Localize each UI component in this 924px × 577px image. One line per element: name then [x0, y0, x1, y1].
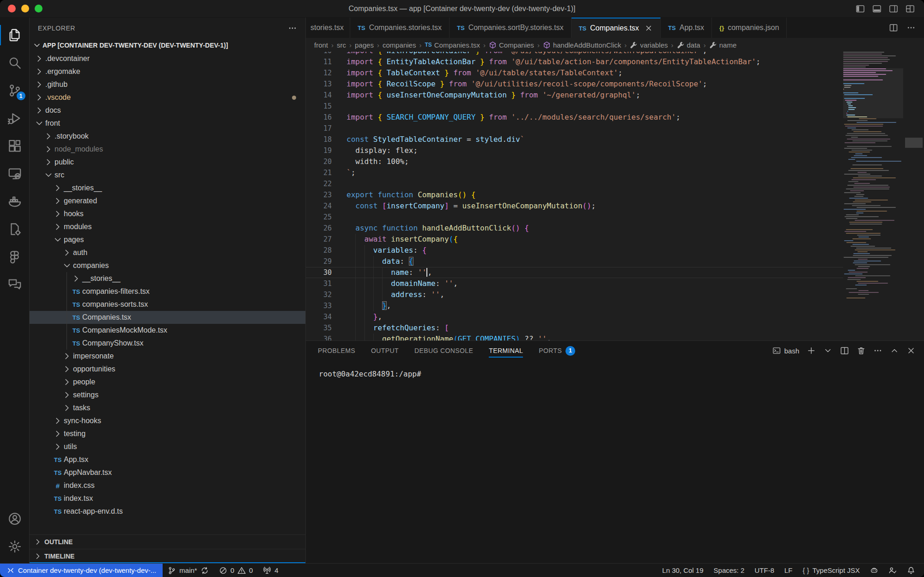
more-icon[interactable] [906, 23, 916, 32]
code-line-12[interactable]: 12import { TableContext } from '@/ui/tab… [306, 67, 843, 79]
layout-panel-icon[interactable] [872, 4, 881, 13]
code-line-27[interactable]: 27 await insertCompany({ [306, 234, 843, 245]
tree-item-node-modules[interactable]: node_modules [30, 143, 305, 156]
code-line-13[interactable]: 13import { RecoilScope } from '@/ui/util… [306, 79, 843, 90]
code-line-17[interactable]: 17 [306, 123, 843, 134]
code-line-32[interactable]: 32 address: '', [306, 289, 843, 300]
code-line-23[interactable]: 23export function Companies() { [306, 189, 843, 200]
tree-item-src[interactable]: src [30, 169, 305, 182]
plus-icon[interactable] [807, 346, 816, 355]
breadcrumb-item-companies[interactable]: Companies [489, 41, 534, 49]
tree-item-auth[interactable]: auth [30, 246, 305, 259]
status-branch[interactable]: main* [163, 564, 213, 577]
code-line-18[interactable]: 18const StyledTableContainer = styled.di… [306, 134, 843, 145]
chevron-down-icon[interactable] [823, 346, 833, 355]
tree-item-testing[interactable]: testing [30, 427, 305, 440]
code-line-15[interactable]: 15 [306, 101, 843, 112]
code-editor[interactable]: 10import { WithTopBarContainer } from '@… [306, 52, 924, 340]
tree-item-tasks[interactable]: tasks [30, 401, 305, 414]
tree-item-index-css[interactable]: #index.css [30, 479, 305, 492]
tree-item-hooks[interactable]: hooks [30, 207, 305, 220]
tree-item-generated[interactable]: generated [30, 194, 305, 207]
window-close-button[interactable] [8, 5, 16, 12]
code-line-24[interactable]: 24 const [insertCompany] = useInsertOneC… [306, 200, 843, 212]
status-copilot[interactable] [865, 564, 883, 577]
layout-sidebar-right-icon[interactable] [889, 4, 898, 13]
tree-item-settings[interactable]: settings [30, 389, 305, 401]
code-line-20[interactable]: 20 width: 100%; [306, 156, 843, 167]
editor-scrollbar[interactable] [903, 52, 924, 340]
tree-item--stories-[interactable]: __stories__ [30, 182, 305, 194]
code-line-16[interactable]: 16import { SEARCH_COMPANY_QUERY } from '… [306, 112, 843, 123]
tree-item-public[interactable]: public [30, 156, 305, 169]
code-line-34[interactable]: 34 }, [306, 311, 843, 322]
panel-tab-debug-console[interactable]: DEBUG CONSOLE [414, 341, 473, 360]
status-ports[interactable]: 4 [258, 564, 283, 577]
tree-item-people[interactable]: people [30, 376, 305, 389]
close-icon[interactable] [906, 346, 916, 355]
tree-item--storybook[interactable]: .storybook [30, 130, 305, 143]
tree-item-index-tsx[interactable]: TSindex.tsx [30, 492, 305, 505]
activity-item-settings[interactable] [0, 533, 30, 560]
activity-item-remote-explorer[interactable] [0, 160, 30, 188]
tree-item-front[interactable]: front [30, 117, 305, 130]
tree-item-docs[interactable]: docs [30, 104, 305, 117]
tree-item-impersonate[interactable]: impersonate [30, 350, 305, 363]
activity-item-account[interactable] [0, 505, 30, 533]
panel-tab-terminal[interactable]: TERMINAL [489, 341, 523, 360]
tree-item-opportunities[interactable]: opportunities [30, 363, 305, 376]
activity-item-code-runner[interactable] [0, 215, 30, 243]
tree-item--ergomake[interactable]: .ergomake [30, 65, 305, 78]
code-line-35[interactable]: 35 refetchQueries: [ [306, 322, 843, 334]
tree-item--vscode[interactable]: .vscode [30, 91, 305, 104]
terminal-body[interactable]: root@0a42ecd84891:/app# [306, 360, 924, 563]
breadcrumb-item-companies[interactable]: companies [383, 41, 416, 49]
window-minimize-button[interactable] [21, 5, 29, 12]
tree-item-companiesmockmode-tsx[interactable]: TSCompaniesMockMode.tsx [30, 324, 305, 337]
code-line-10[interactable]: 10import { WithTopBarContainer } from '@… [306, 52, 843, 56]
tree-item-companies-sorts-tsx[interactable]: TScompanies-sorts.tsx [30, 298, 305, 311]
tree-item-pages[interactable]: pages [30, 233, 305, 246]
activity-item-source-control[interactable]: 1 [0, 77, 30, 104]
breadcrumb-item-front[interactable]: front [314, 41, 328, 49]
split-editor-icon[interactable] [840, 346, 849, 355]
tree-item--devcontainer[interactable]: .devcontainer [30, 52, 305, 65]
breadcrumb-item-variables[interactable]: variables [630, 41, 668, 49]
layout-sidebar-left-icon[interactable] [856, 4, 865, 13]
tree-item--github[interactable]: .github [30, 78, 305, 91]
status-remote[interactable]: Container dev-twenty-dev (dev-twenty-dev… [0, 564, 163, 577]
activity-item-comments[interactable] [0, 271, 30, 298]
code-line-28[interactable]: 28 variables: { [306, 245, 843, 256]
close-icon[interactable] [644, 24, 653, 32]
breadcrumb-item-pages[interactable]: pages [355, 41, 374, 49]
status-lf[interactable]: LF [779, 564, 798, 577]
status-typescript-jsx[interactable]: { }TypeScript JSX [797, 564, 865, 577]
tab-companies-json[interactable]: {}companies.json [712, 18, 787, 38]
activity-item-extensions[interactable] [0, 132, 30, 160]
layout-customize-icon[interactable] [906, 4, 915, 13]
more-icon[interactable] [873, 346, 882, 355]
minimap-viewport[interactable] [843, 68, 903, 118]
code-line-11[interactable]: 11import { EntityTableActionBar } from '… [306, 56, 843, 67]
code-line-29[interactable]: 29 data: { [306, 256, 843, 267]
tree-item-sync-hooks[interactable]: sync-hooks [30, 414, 305, 427]
sidebar-section-outline[interactable]: OUTLINE [30, 534, 305, 549]
tree-item--stories-[interactable]: __stories__ [30, 272, 305, 285]
chevron-up-icon[interactable] [890, 346, 899, 355]
tree-item-companies[interactable]: companies [30, 259, 305, 272]
status-ln-30-col-19[interactable]: Ln 30, Col 19 [657, 564, 708, 577]
more-actions-icon[interactable] [288, 24, 297, 33]
code-line-14[interactable]: 14import { useInsertOneCompanyMutation }… [306, 90, 843, 101]
status-utf-8[interactable]: UTF-8 [749, 564, 779, 577]
status-bell[interactable] [902, 564, 920, 577]
activity-item-search[interactable] [0, 49, 30, 77]
sidebar-section-timeline[interactable]: TIMELINE [30, 549, 305, 563]
panel-tab-ports[interactable]: PORTS1 [539, 341, 575, 360]
tree-item-companies-tsx[interactable]: TSCompanies.tsx [30, 311, 305, 324]
code-line-25[interactable]: 25 [306, 212, 843, 223]
tab-companies-tsx[interactable]: TSCompanies.tsx [571, 18, 661, 38]
code-line-26[interactable]: 26 async function handleAddButtonClick()… [306, 223, 843, 234]
activity-item-docker[interactable] [0, 188, 30, 215]
breadcrumb-item-name[interactable]: name [709, 41, 737, 49]
status-spaces-2[interactable]: Spaces: 2 [709, 564, 750, 577]
